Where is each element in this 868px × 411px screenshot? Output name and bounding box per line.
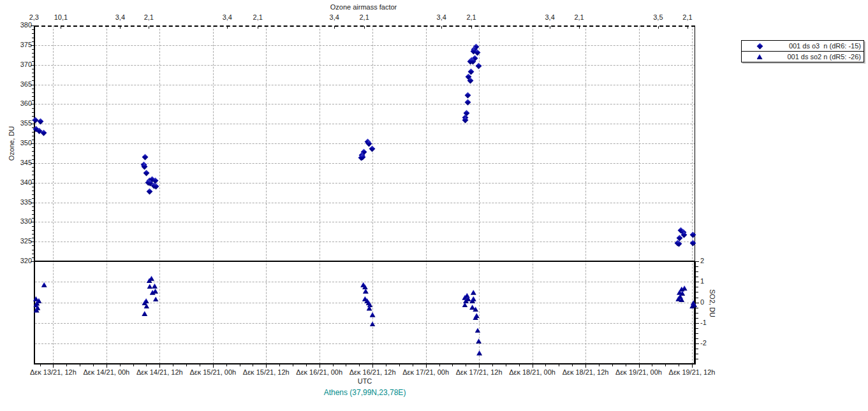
so2-axis-minor-tick: [696, 349, 698, 349]
x-axis-minor-tick: [66, 364, 67, 366]
ozone-axis-minor-tick: [32, 136, 34, 136]
so2-tick-label: -2: [700, 339, 707, 347]
airmass-tick-label: 2,3: [21, 13, 47, 21]
ozone-tick-label: 335: [11, 198, 32, 206]
x-axis-minor-tick: [399, 364, 400, 366]
ozone-tick-label: 325: [11, 237, 32, 245]
x-axis-minor-tick: [40, 364, 41, 366]
ozone-axis-minor-tick: [32, 257, 34, 258]
data-point-so2: [147, 284, 152, 289]
legend-item-so2[interactable]: 001 ds so2 n (dR5: -26): [742, 51, 864, 62]
airmass-tick: [471, 26, 472, 29]
ozone-axis-minor-tick: [32, 61, 34, 62]
x-axis-minor-tick: [333, 364, 334, 366]
x-axis-minor-tick: [200, 364, 200, 366]
x-axis-minor-tick: [559, 364, 559, 366]
x-axis-tick: [692, 364, 693, 368]
airmass-tick-label: 3,4: [537, 13, 563, 21]
ozone-axis-minor-tick: [32, 49, 34, 50]
data-point-o3: [476, 63, 482, 69]
airmass-tick-label: 2,1: [136, 13, 161, 21]
ozone-axis-minor-tick: [32, 147, 34, 148]
so2-axis-minor-tick: [696, 313, 698, 314]
x-axis-minor-tick: [386, 364, 386, 366]
ozone-axis-minor-tick: [32, 33, 34, 34]
x-axis-minor-tick: [359, 364, 360, 366]
so2-axis-minor-tick: [696, 338, 698, 339]
ozone-gridline: [35, 45, 695, 46]
airmass-tick-label: 2,1: [459, 13, 484, 21]
ozone-axis-minor-tick: [32, 179, 34, 180]
ozone-axis-minor-tick: [32, 57, 34, 57]
airmass-tick: [61, 26, 61, 29]
x-axis-minor-tick: [506, 364, 506, 366]
ozone-axis-minor-tick: [32, 41, 34, 42]
ozone-axis-minor-tick: [32, 234, 34, 234]
airmass-tick-label: 3,4: [107, 13, 133, 21]
ozone-gridline: [35, 104, 695, 105]
data-point-o3: [369, 145, 376, 152]
x-axis-minor-tick: [652, 364, 652, 366]
ozone-axis-minor-tick: [32, 194, 34, 195]
legend-item-o3[interactable]: 001 ds o3 n (dR6: -15): [742, 41, 864, 51]
x-axis-tick: [372, 364, 373, 368]
so2-axis-minor-tick: [696, 271, 698, 272]
ozone-axis-minor-tick: [32, 226, 34, 227]
triangle-marker-icon: [742, 54, 777, 59]
ozone-gridline: [35, 242, 695, 242]
ozone-axis-minor-tick: [32, 96, 34, 97]
x-axis-tick: [53, 364, 54, 368]
ozone-axis-minor-tick: [32, 206, 34, 207]
vertical-gridline: [426, 25, 427, 364]
x-axis-tick: [533, 364, 533, 368]
data-point-so2: [370, 321, 376, 326]
so2-axis-minor-tick: [696, 298, 698, 298]
ozone-axis-minor-tick: [32, 171, 34, 171]
ozone-gridline: [35, 163, 695, 164]
airmass-tick: [658, 26, 659, 29]
so2-axis-tick: [694, 343, 699, 344]
so2-axis-minor-tick: [696, 318, 698, 319]
data-point-o3: [41, 130, 47, 136]
so2-axis-minor-tick: [696, 266, 698, 267]
ozone-axis-minor-tick: [32, 254, 34, 254]
so2-axis-tick: [694, 282, 699, 282]
vertical-gridline: [107, 25, 107, 364]
ozone-tick-label: 330: [11, 217, 32, 225]
airmass-tick: [364, 26, 365, 29]
so2-axis-minor-tick: [696, 333, 698, 334]
ozone-tick-label: 375: [11, 41, 32, 48]
airmass-tick: [579, 26, 580, 29]
x-axis-minor-tick: [80, 364, 80, 366]
vertical-gridline: [585, 25, 586, 364]
x-axis-minor-tick: [293, 364, 293, 366]
x-axis-minor-tick: [240, 364, 240, 366]
x-axis-minor-tick: [466, 364, 466, 366]
x-axis-tick: [585, 364, 586, 368]
x-axis-minor-tick: [173, 364, 173, 366]
x-axis-tick: [266, 364, 267, 368]
airmass-tick-label: 2,1: [351, 13, 377, 21]
ozone-tick-label: 355: [11, 119, 32, 127]
x-axis-minor-tick: [253, 364, 253, 366]
timeseries-chart: Ozone airmass factor Ozone, DU SO2, DU U…: [0, 0, 868, 411]
x-axis-minor-tick: [186, 364, 187, 366]
vertical-gridline: [479, 25, 480, 364]
airmass-tick: [227, 26, 228, 29]
legend-label-so2: 001 ds so2 n (dR5: -26): [777, 53, 864, 61]
data-point-so2: [152, 284, 158, 289]
x-axis-minor-tick: [439, 364, 440, 366]
ozone-axis-minor-tick: [32, 250, 34, 250]
ozone-axis-minor-tick: [32, 38, 34, 38]
data-point-o3: [142, 154, 148, 160]
ozone-tick-label: 370: [11, 61, 32, 68]
so2-gridline: [35, 343, 695, 344]
airmass-tick: [34, 26, 34, 29]
ozone-axis-minor-tick: [32, 89, 34, 89]
top-axis-line: [35, 25, 695, 27]
ozone-axis-minor-tick: [32, 151, 34, 152]
ozone-axis-minor-tick: [32, 214, 34, 215]
x-axis-minor-tick: [279, 364, 280, 366]
so2-tick-label: 1: [700, 277, 704, 285]
x-axis-minor-tick: [133, 364, 134, 366]
